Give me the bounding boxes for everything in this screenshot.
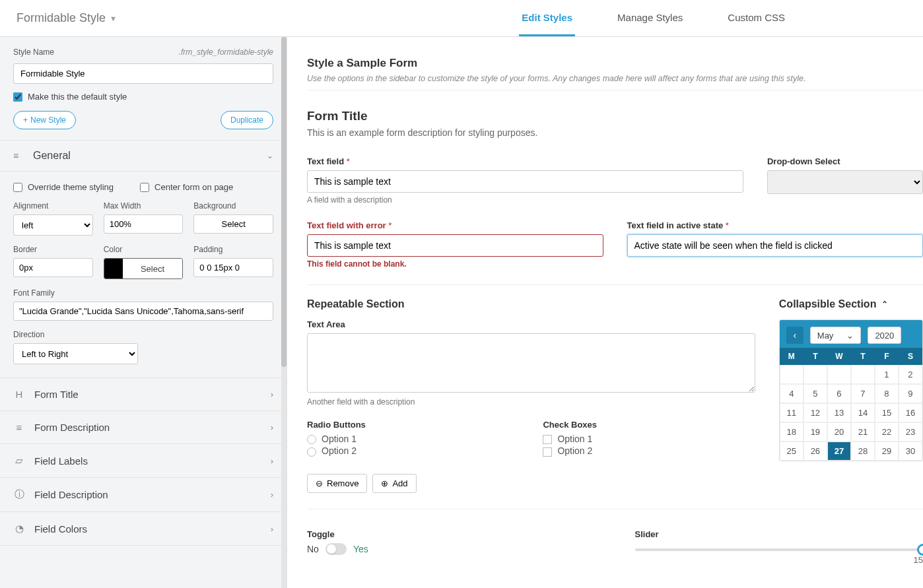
textarea-label: Text Area — [307, 319, 755, 329]
error-message: This field cannot be blank. — [307, 259, 603, 269]
general-panel-body: Override theme styling Center form on pa… — [0, 172, 287, 378]
heading-icon: H — [13, 389, 25, 400]
text-field-description: A field with a description — [307, 195, 743, 205]
slider-handle[interactable] — [917, 544, 923, 556]
chevron-down-icon: ⌄ — [846, 331, 854, 341]
radio-option-1[interactable]: Option 1 — [307, 434, 519, 444]
text-field-label: Text field * — [307, 156, 743, 166]
background-label: Background — [193, 201, 273, 211]
general-panel-header[interactable]: ≡ General ⌄ — [0, 141, 287, 172]
border-input[interactable] — [13, 258, 93, 277]
calendar-day[interactable]: 23 — [899, 422, 922, 441]
style-title-dropdown[interactable]: Formidable Style ▼ — [17, 11, 117, 25]
panel-form-title[interactable]: H Form Title › — [0, 378, 287, 411]
textarea-description: Another field with a description — [307, 397, 755, 407]
remove-button[interactable]: ⊖Remove — [307, 474, 367, 493]
new-style-button[interactable]: +New Style — [13, 111, 76, 129]
style-class-name: .frm_style_formidable-style — [179, 48, 273, 57]
font-family-input[interactable] — [13, 302, 273, 321]
toggle-switch[interactable] — [325, 543, 347, 555]
padding-input[interactable] — [193, 258, 273, 277]
panel-field-colors[interactable]: ◔ Field Colors › — [0, 512, 287, 546]
calendar-day[interactable]: 7 — [851, 384, 875, 403]
calendar-day[interactable]: 2 — [899, 365, 922, 384]
calendar-day[interactable]: 18 — [780, 422, 803, 441]
collapsible-section-header[interactable]: Collapsible Section ⌃ — [779, 298, 923, 310]
panel-form-description[interactable]: ≡ Form Description › — [0, 411, 287, 444]
panel-field-description[interactable]: ⓘ Field Description › — [0, 478, 287, 512]
calendar-day[interactable]: 4 — [780, 384, 803, 403]
calendar-day[interactable]: 28 — [851, 441, 875, 461]
calendar-month-select[interactable]: May⌄ — [810, 327, 862, 344]
calendar: ‹ May⌄ 2020 MTWTFS 124567891112131415161… — [779, 319, 923, 461]
calendar-day[interactable]: 14 — [851, 403, 875, 422]
tab-manage-styles[interactable]: Manage Styles — [615, 1, 685, 36]
slider-value: 15 — [635, 555, 924, 565]
calendar-day[interactable]: 11 — [780, 403, 803, 422]
alignment-select[interactable]: left — [13, 214, 93, 236]
calendar-day[interactable]: 27 — [827, 441, 851, 461]
direction-select[interactable]: Left to Right — [13, 343, 138, 364]
default-style-label: Make this the default style — [28, 92, 127, 102]
direction-label: Direction — [13, 330, 138, 339]
tab-edit-styles[interactable]: Edit Styles — [519, 1, 575, 36]
calendar-day[interactable]: 26 — [803, 441, 827, 461]
duplicate-button[interactable]: Duplicate — [221, 111, 273, 129]
color-swatch — [104, 259, 123, 278]
style-name-input[interactable] — [13, 63, 273, 84]
max-width-input[interactable] — [104, 214, 184, 234]
form-title: Form Title — [307, 109, 923, 123]
chevron-right-icon: › — [271, 524, 273, 534]
text-field-input[interactable] — [307, 170, 743, 193]
check-option-1[interactable]: Option 1 — [543, 434, 755, 444]
lines-icon: ≡ — [13, 422, 25, 433]
override-theme-checkbox[interactable] — [13, 183, 22, 192]
calendar-day[interactable]: 1 — [875, 365, 899, 384]
calendar-day[interactable]: 5 — [803, 384, 827, 403]
calendar-day[interactable]: 16 — [899, 403, 922, 422]
chevron-right-icon: › — [271, 389, 273, 399]
calendar-day[interactable]: 21 — [851, 422, 875, 441]
color-picker[interactable]: Select — [104, 258, 184, 279]
default-style-checkbox[interactable] — [13, 92, 22, 102]
calendar-day[interactable]: 6 — [827, 384, 851, 403]
radio-option-2[interactable]: Option 2 — [307, 445, 519, 456]
chevron-down-icon: ▼ — [110, 15, 117, 22]
dropdown-select[interactable] — [767, 170, 923, 194]
calendar-day[interactable]: 8 — [875, 384, 899, 403]
center-form-checkbox[interactable] — [140, 183, 149, 192]
background-select-button[interactable]: Select — [193, 214, 273, 234]
toggle-yes-label: Yes — [353, 544, 368, 554]
add-button[interactable]: ⊕Add — [372, 474, 416, 493]
calendar-prev-button[interactable]: ‹ — [786, 327, 803, 344]
toggle-label: Toggle — [307, 529, 596, 539]
calendar-day[interactable]: 22 — [875, 422, 899, 441]
calendar-day[interactable]: 30 — [899, 441, 922, 461]
calendar-day[interactable]: 25 — [780, 441, 803, 461]
color-label: Color — [104, 245, 184, 254]
calendar-day[interactable]: 9 — [899, 384, 922, 403]
sidebar-scrollbar[interactable] — [281, 37, 287, 588]
calendar-day[interactable]: 19 — [803, 422, 827, 441]
calendar-day[interactable]: 15 — [875, 403, 899, 422]
check-option-2[interactable]: Option 2 — [543, 445, 755, 456]
textarea-input[interactable] — [307, 333, 755, 393]
calendar-day[interactable]: 20 — [827, 422, 851, 441]
plus-circle-icon: ⊕ — [381, 478, 388, 488]
calendar-year-select[interactable]: 2020 — [868, 327, 901, 344]
error-field-input[interactable] — [307, 234, 603, 257]
active-field-input[interactable] — [627, 234, 924, 257]
border-label: Border — [13, 245, 93, 254]
main-preview: Style a Sample Form Use the options in t… — [287, 37, 923, 588]
general-title: General — [33, 150, 259, 162]
calendar-day-headers: MTWTFS — [780, 348, 922, 365]
tab-custom-css[interactable]: Custom CSS — [725, 1, 788, 36]
panel-field-labels[interactable]: ▱ Field Labels › — [0, 444, 287, 478]
color-select-button: Select — [123, 259, 183, 278]
calendar-day[interactable]: 13 — [827, 403, 851, 422]
calendar-day[interactable]: 12 — [803, 403, 827, 422]
calendar-day[interactable]: 29 — [875, 441, 899, 461]
repeatable-section-title: Repeatable Section — [307, 298, 755, 310]
slider-track[interactable] — [635, 548, 924, 551]
form-description: This is an example form description for … — [307, 127, 923, 138]
